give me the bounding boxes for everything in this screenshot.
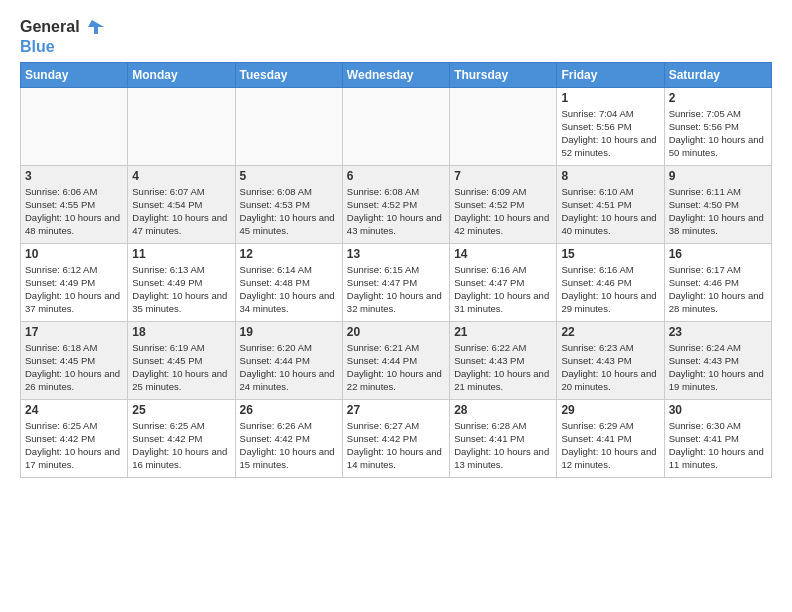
sunset-text: Sunset: 4:52 PM (454, 198, 552, 211)
day-info: Sunrise: 6:20 AMSunset: 4:44 PMDaylight:… (240, 341, 338, 394)
week-row-4: 17Sunrise: 6:18 AMSunset: 4:45 PMDayligh… (21, 321, 772, 399)
sunrise-text: Sunrise: 6:23 AM (561, 341, 659, 354)
day-number: 11 (132, 247, 230, 261)
sunrise-text: Sunrise: 6:21 AM (347, 341, 445, 354)
day-number: 16 (669, 247, 767, 261)
day-number: 22 (561, 325, 659, 339)
weekday-friday: Friday (557, 62, 664, 87)
calendar-cell: 20Sunrise: 6:21 AMSunset: 4:44 PMDayligh… (342, 321, 449, 399)
day-info: Sunrise: 6:10 AMSunset: 4:51 PMDaylight:… (561, 185, 659, 238)
calendar-cell: 18Sunrise: 6:19 AMSunset: 4:45 PMDayligh… (128, 321, 235, 399)
daylight-text: Daylight: 10 hours and 24 minutes. (240, 367, 338, 394)
sunset-text: Sunset: 4:41 PM (561, 432, 659, 445)
logo-bird-icon (82, 16, 104, 38)
calendar-cell: 2Sunrise: 7:05 AMSunset: 5:56 PMDaylight… (664, 87, 771, 165)
sunset-text: Sunset: 4:47 PM (347, 276, 445, 289)
day-info: Sunrise: 6:28 AMSunset: 4:41 PMDaylight:… (454, 419, 552, 472)
daylight-text: Daylight: 10 hours and 26 minutes. (25, 367, 123, 394)
day-info: Sunrise: 6:25 AMSunset: 4:42 PMDaylight:… (132, 419, 230, 472)
day-info: Sunrise: 6:23 AMSunset: 4:43 PMDaylight:… (561, 341, 659, 394)
sunset-text: Sunset: 4:49 PM (132, 276, 230, 289)
calendar-cell: 23Sunrise: 6:24 AMSunset: 4:43 PMDayligh… (664, 321, 771, 399)
day-info: Sunrise: 6:19 AMSunset: 4:45 PMDaylight:… (132, 341, 230, 394)
calendar-cell (450, 87, 557, 165)
daylight-text: Daylight: 10 hours and 17 minutes. (25, 445, 123, 472)
daylight-text: Daylight: 10 hours and 43 minutes. (347, 211, 445, 238)
calendar-cell: 13Sunrise: 6:15 AMSunset: 4:47 PMDayligh… (342, 243, 449, 321)
day-number: 12 (240, 247, 338, 261)
daylight-text: Daylight: 10 hours and 12 minutes. (561, 445, 659, 472)
sunset-text: Sunset: 4:42 PM (25, 432, 123, 445)
sunset-text: Sunset: 4:42 PM (240, 432, 338, 445)
weekday-tuesday: Tuesday (235, 62, 342, 87)
sunset-text: Sunset: 4:43 PM (669, 354, 767, 367)
day-number: 21 (454, 325, 552, 339)
week-row-1: 1Sunrise: 7:04 AMSunset: 5:56 PMDaylight… (21, 87, 772, 165)
sunset-text: Sunset: 4:45 PM (25, 354, 123, 367)
daylight-text: Daylight: 10 hours and 11 minutes. (669, 445, 767, 472)
day-info: Sunrise: 6:30 AMSunset: 4:41 PMDaylight:… (669, 419, 767, 472)
weekday-header-row: SundayMondayTuesdayWednesdayThursdayFrid… (21, 62, 772, 87)
calendar-cell: 7Sunrise: 6:09 AMSunset: 4:52 PMDaylight… (450, 165, 557, 243)
sunrise-text: Sunrise: 6:19 AM (132, 341, 230, 354)
weekday-wednesday: Wednesday (342, 62, 449, 87)
day-number: 17 (25, 325, 123, 339)
sunrise-text: Sunrise: 6:15 AM (347, 263, 445, 276)
sunrise-text: Sunrise: 6:12 AM (25, 263, 123, 276)
day-info: Sunrise: 6:16 AMSunset: 4:46 PMDaylight:… (561, 263, 659, 316)
sunrise-text: Sunrise: 6:29 AM (561, 419, 659, 432)
daylight-text: Daylight: 10 hours and 50 minutes. (669, 133, 767, 160)
daylight-text: Daylight: 10 hours and 25 minutes. (132, 367, 230, 394)
calendar-cell: 22Sunrise: 6:23 AMSunset: 4:43 PMDayligh… (557, 321, 664, 399)
daylight-text: Daylight: 10 hours and 14 minutes. (347, 445, 445, 472)
day-info: Sunrise: 6:09 AMSunset: 4:52 PMDaylight:… (454, 185, 552, 238)
day-info: Sunrise: 6:15 AMSunset: 4:47 PMDaylight:… (347, 263, 445, 316)
sunset-text: Sunset: 4:43 PM (454, 354, 552, 367)
daylight-text: Daylight: 10 hours and 32 minutes. (347, 289, 445, 316)
day-info: Sunrise: 6:22 AMSunset: 4:43 PMDaylight:… (454, 341, 552, 394)
sunset-text: Sunset: 4:54 PM (132, 198, 230, 211)
sunrise-text: Sunrise: 6:22 AM (454, 341, 552, 354)
day-number: 8 (561, 169, 659, 183)
sunrise-text: Sunrise: 7:05 AM (669, 107, 767, 120)
daylight-text: Daylight: 10 hours and 29 minutes. (561, 289, 659, 316)
daylight-text: Daylight: 10 hours and 28 minutes. (669, 289, 767, 316)
calendar-cell: 29Sunrise: 6:29 AMSunset: 4:41 PMDayligh… (557, 399, 664, 477)
day-number: 7 (454, 169, 552, 183)
sunset-text: Sunset: 4:45 PM (132, 354, 230, 367)
daylight-text: Daylight: 10 hours and 40 minutes. (561, 211, 659, 238)
calendar-cell: 24Sunrise: 6:25 AMSunset: 4:42 PMDayligh… (21, 399, 128, 477)
daylight-text: Daylight: 10 hours and 15 minutes. (240, 445, 338, 472)
logo-blue: Blue (20, 38, 55, 56)
day-number: 25 (132, 403, 230, 417)
weekday-sunday: Sunday (21, 62, 128, 87)
day-info: Sunrise: 6:24 AMSunset: 4:43 PMDaylight:… (669, 341, 767, 394)
sunset-text: Sunset: 4:53 PM (240, 198, 338, 211)
week-row-2: 3Sunrise: 6:06 AMSunset: 4:55 PMDaylight… (21, 165, 772, 243)
day-number: 20 (347, 325, 445, 339)
sunset-text: Sunset: 5:56 PM (669, 120, 767, 133)
daylight-text: Daylight: 10 hours and 47 minutes. (132, 211, 230, 238)
sunrise-text: Sunrise: 6:06 AM (25, 185, 123, 198)
sunrise-text: Sunrise: 6:13 AM (132, 263, 230, 276)
sunrise-text: Sunrise: 6:28 AM (454, 419, 552, 432)
calendar-cell: 28Sunrise: 6:28 AMSunset: 4:41 PMDayligh… (450, 399, 557, 477)
day-info: Sunrise: 6:29 AMSunset: 4:41 PMDaylight:… (561, 419, 659, 472)
day-info: Sunrise: 6:17 AMSunset: 4:46 PMDaylight:… (669, 263, 767, 316)
sunrise-text: Sunrise: 6:25 AM (25, 419, 123, 432)
day-number: 14 (454, 247, 552, 261)
sunset-text: Sunset: 4:46 PM (669, 276, 767, 289)
daylight-text: Daylight: 10 hours and 16 minutes. (132, 445, 230, 472)
day-number: 19 (240, 325, 338, 339)
day-info: Sunrise: 6:11 AMSunset: 4:50 PMDaylight:… (669, 185, 767, 238)
calendar-cell (342, 87, 449, 165)
daylight-text: Daylight: 10 hours and 19 minutes. (669, 367, 767, 394)
logo: General Blue (20, 16, 104, 56)
sunset-text: Sunset: 4:52 PM (347, 198, 445, 211)
sunset-text: Sunset: 4:55 PM (25, 198, 123, 211)
calendar-cell: 10Sunrise: 6:12 AMSunset: 4:49 PMDayligh… (21, 243, 128, 321)
day-number: 4 (132, 169, 230, 183)
day-number: 10 (25, 247, 123, 261)
day-number: 1 (561, 91, 659, 105)
day-info: Sunrise: 6:26 AMSunset: 4:42 PMDaylight:… (240, 419, 338, 472)
